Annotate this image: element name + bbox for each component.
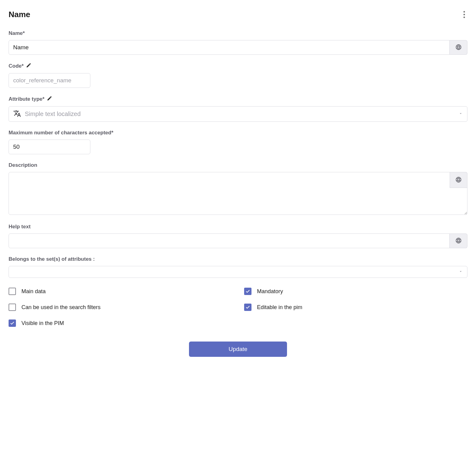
mandatory-checkbox[interactable]: Mandatory — [244, 288, 467, 295]
editable-pim-checkbox[interactable]: Editable in the pim — [244, 304, 467, 311]
belongs-to-select[interactable] — [9, 266, 467, 278]
help-text-input[interactable] — [9, 234, 450, 248]
code-label: Code* — [9, 63, 24, 69]
tools-icon — [26, 63, 31, 69]
editable-pim-label: Editable in the pim — [257, 304, 302, 311]
search-filters-checkbox[interactable]: Can be used in the search filters — [9, 304, 232, 311]
name-locale-button[interactable] — [450, 40, 467, 55]
code-input[interactable] — [9, 73, 90, 88]
translate-icon — [13, 110, 21, 118]
belongs-to-label: Belongs to the set(s) of attributes : — [9, 256, 467, 262]
mandatory-label: Mandatory — [257, 288, 283, 295]
globe-icon — [455, 44, 462, 51]
name-label: Name* — [9, 30, 467, 36]
page-title: Name — [9, 10, 30, 19]
description-locale-button[interactable] — [450, 172, 467, 188]
max-chars-input[interactable] — [9, 140, 90, 154]
attribute-type-label: Attribute type* — [9, 96, 44, 102]
globe-icon — [455, 176, 462, 184]
chevron-down-icon — [459, 111, 463, 117]
svg-line-0 — [27, 63, 31, 67]
name-input[interactable] — [9, 40, 450, 55]
globe-icon — [455, 237, 462, 245]
help-text-label: Help text — [9, 224, 467, 230]
search-filters-label: Can be used in the search filters — [21, 304, 100, 311]
attribute-type-value: Simple text localized — [25, 110, 455, 118]
attribute-type-select[interactable]: Simple text localized — [9, 106, 467, 122]
tools-icon — [47, 96, 52, 103]
visible-pim-checkbox[interactable]: Visible in the PIM — [9, 319, 232, 327]
max-chars-label: Maximum number of characters accepted* — [9, 130, 467, 136]
description-label: Description — [9, 162, 467, 168]
main-data-label: Main data — [21, 288, 46, 295]
visible-pim-label: Visible in the PIM — [21, 320, 64, 327]
svg-line-1 — [47, 96, 51, 100]
more-menu-button[interactable] — [461, 9, 467, 21]
chevron-down-icon — [459, 269, 463, 275]
main-data-checkbox[interactable]: Main data — [9, 288, 232, 295]
description-input[interactable] — [9, 172, 467, 215]
update-button[interactable]: Update — [189, 342, 287, 357]
help-text-locale-button[interactable] — [450, 234, 467, 248]
